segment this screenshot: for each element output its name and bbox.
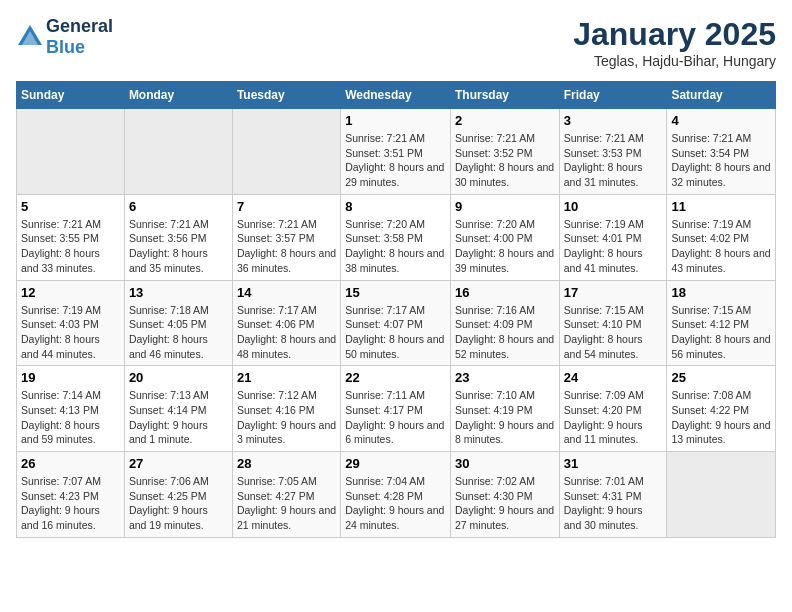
calendar-cell: 10Sunrise: 7:19 AM Sunset: 4:01 PM Dayli… xyxy=(559,194,667,280)
day-detail: Sunrise: 7:09 AM Sunset: 4:20 PM Dayligh… xyxy=(564,388,663,447)
day-number: 18 xyxy=(671,285,771,300)
calendar-week-row: 1Sunrise: 7:21 AM Sunset: 3:51 PM Daylig… xyxy=(17,109,776,195)
day-number: 29 xyxy=(345,456,446,471)
calendar-cell: 28Sunrise: 7:05 AM Sunset: 4:27 PM Dayli… xyxy=(232,452,340,538)
calendar-cell xyxy=(17,109,125,195)
weekday-header-friday: Friday xyxy=(559,82,667,109)
logo-text-blue: Blue xyxy=(46,37,85,57)
day-number: 28 xyxy=(237,456,336,471)
day-number: 17 xyxy=(564,285,663,300)
calendar-cell: 31Sunrise: 7:01 AM Sunset: 4:31 PM Dayli… xyxy=(559,452,667,538)
calendar-week-row: 12Sunrise: 7:19 AM Sunset: 4:03 PM Dayli… xyxy=(17,280,776,366)
calendar-week-row: 19Sunrise: 7:14 AM Sunset: 4:13 PM Dayli… xyxy=(17,366,776,452)
logo-text-general: General xyxy=(46,16,113,36)
header: General Blue January 2025 Teglas, Hajdu-… xyxy=(16,16,776,69)
calendar-cell: 9Sunrise: 7:20 AM Sunset: 4:00 PM Daylig… xyxy=(450,194,559,280)
day-detail: Sunrise: 7:17 AM Sunset: 4:06 PM Dayligh… xyxy=(237,303,336,362)
day-detail: Sunrise: 7:20 AM Sunset: 4:00 PM Dayligh… xyxy=(455,217,555,276)
weekday-header-sunday: Sunday xyxy=(17,82,125,109)
calendar-cell: 15Sunrise: 7:17 AM Sunset: 4:07 PM Dayli… xyxy=(341,280,451,366)
day-detail: Sunrise: 7:05 AM Sunset: 4:27 PM Dayligh… xyxy=(237,474,336,533)
logo-icon xyxy=(16,23,44,51)
calendar-cell: 17Sunrise: 7:15 AM Sunset: 4:10 PM Dayli… xyxy=(559,280,667,366)
calendar-cell: 16Sunrise: 7:16 AM Sunset: 4:09 PM Dayli… xyxy=(450,280,559,366)
month-title: January 2025 xyxy=(573,16,776,53)
calendar-cell: 1Sunrise: 7:21 AM Sunset: 3:51 PM Daylig… xyxy=(341,109,451,195)
day-number: 23 xyxy=(455,370,555,385)
day-detail: Sunrise: 7:15 AM Sunset: 4:12 PM Dayligh… xyxy=(671,303,771,362)
day-number: 10 xyxy=(564,199,663,214)
day-number: 19 xyxy=(21,370,120,385)
calendar-cell: 7Sunrise: 7:21 AM Sunset: 3:57 PM Daylig… xyxy=(232,194,340,280)
day-number: 3 xyxy=(564,113,663,128)
day-number: 2 xyxy=(455,113,555,128)
day-detail: Sunrise: 7:16 AM Sunset: 4:09 PM Dayligh… xyxy=(455,303,555,362)
calendar-cell: 22Sunrise: 7:11 AM Sunset: 4:17 PM Dayli… xyxy=(341,366,451,452)
calendar-cell: 23Sunrise: 7:10 AM Sunset: 4:19 PM Dayli… xyxy=(450,366,559,452)
day-number: 31 xyxy=(564,456,663,471)
calendar-table: SundayMondayTuesdayWednesdayThursdayFrid… xyxy=(16,81,776,538)
day-number: 11 xyxy=(671,199,771,214)
calendar-cell xyxy=(232,109,340,195)
day-detail: Sunrise: 7:18 AM Sunset: 4:05 PM Dayligh… xyxy=(129,303,228,362)
title-area: January 2025 Teglas, Hajdu-Bihar, Hungar… xyxy=(573,16,776,69)
day-detail: Sunrise: 7:11 AM Sunset: 4:17 PM Dayligh… xyxy=(345,388,446,447)
day-number: 30 xyxy=(455,456,555,471)
day-number: 26 xyxy=(21,456,120,471)
weekday-header-row: SundayMondayTuesdayWednesdayThursdayFrid… xyxy=(17,82,776,109)
calendar-week-row: 26Sunrise: 7:07 AM Sunset: 4:23 PM Dayli… xyxy=(17,452,776,538)
logo: General Blue xyxy=(16,16,113,58)
day-detail: Sunrise: 7:01 AM Sunset: 4:31 PM Dayligh… xyxy=(564,474,663,533)
calendar-cell: 18Sunrise: 7:15 AM Sunset: 4:12 PM Dayli… xyxy=(667,280,776,366)
day-detail: Sunrise: 7:21 AM Sunset: 3:53 PM Dayligh… xyxy=(564,131,663,190)
weekday-header-tuesday: Tuesday xyxy=(232,82,340,109)
day-detail: Sunrise: 7:21 AM Sunset: 3:52 PM Dayligh… xyxy=(455,131,555,190)
calendar-cell: 8Sunrise: 7:20 AM Sunset: 3:58 PM Daylig… xyxy=(341,194,451,280)
day-detail: Sunrise: 7:08 AM Sunset: 4:22 PM Dayligh… xyxy=(671,388,771,447)
calendar-cell: 25Sunrise: 7:08 AM Sunset: 4:22 PM Dayli… xyxy=(667,366,776,452)
calendar-cell: 29Sunrise: 7:04 AM Sunset: 4:28 PM Dayli… xyxy=(341,452,451,538)
day-number: 16 xyxy=(455,285,555,300)
calendar-cell: 12Sunrise: 7:19 AM Sunset: 4:03 PM Dayli… xyxy=(17,280,125,366)
day-detail: Sunrise: 7:19 AM Sunset: 4:01 PM Dayligh… xyxy=(564,217,663,276)
day-detail: Sunrise: 7:04 AM Sunset: 4:28 PM Dayligh… xyxy=(345,474,446,533)
day-number: 21 xyxy=(237,370,336,385)
weekday-header-monday: Monday xyxy=(124,82,232,109)
calendar-cell: 11Sunrise: 7:19 AM Sunset: 4:02 PM Dayli… xyxy=(667,194,776,280)
day-detail: Sunrise: 7:02 AM Sunset: 4:30 PM Dayligh… xyxy=(455,474,555,533)
calendar-cell: 21Sunrise: 7:12 AM Sunset: 4:16 PM Dayli… xyxy=(232,366,340,452)
calendar-week-row: 5Sunrise: 7:21 AM Sunset: 3:55 PM Daylig… xyxy=(17,194,776,280)
calendar-cell: 24Sunrise: 7:09 AM Sunset: 4:20 PM Dayli… xyxy=(559,366,667,452)
day-number: 20 xyxy=(129,370,228,385)
calendar-cell xyxy=(124,109,232,195)
day-detail: Sunrise: 7:07 AM Sunset: 4:23 PM Dayligh… xyxy=(21,474,120,533)
calendar-cell: 26Sunrise: 7:07 AM Sunset: 4:23 PM Dayli… xyxy=(17,452,125,538)
day-number: 5 xyxy=(21,199,120,214)
day-number: 7 xyxy=(237,199,336,214)
calendar-cell: 27Sunrise: 7:06 AM Sunset: 4:25 PM Dayli… xyxy=(124,452,232,538)
day-detail: Sunrise: 7:10 AM Sunset: 4:19 PM Dayligh… xyxy=(455,388,555,447)
calendar-cell: 19Sunrise: 7:14 AM Sunset: 4:13 PM Dayli… xyxy=(17,366,125,452)
day-number: 15 xyxy=(345,285,446,300)
day-number: 6 xyxy=(129,199,228,214)
calendar-cell xyxy=(667,452,776,538)
day-detail: Sunrise: 7:19 AM Sunset: 4:02 PM Dayligh… xyxy=(671,217,771,276)
day-detail: Sunrise: 7:21 AM Sunset: 3:51 PM Dayligh… xyxy=(345,131,446,190)
day-detail: Sunrise: 7:06 AM Sunset: 4:25 PM Dayligh… xyxy=(129,474,228,533)
day-detail: Sunrise: 7:17 AM Sunset: 4:07 PM Dayligh… xyxy=(345,303,446,362)
calendar-cell: 4Sunrise: 7:21 AM Sunset: 3:54 PM Daylig… xyxy=(667,109,776,195)
weekday-header-saturday: Saturday xyxy=(667,82,776,109)
calendar-cell: 3Sunrise: 7:21 AM Sunset: 3:53 PM Daylig… xyxy=(559,109,667,195)
day-detail: Sunrise: 7:12 AM Sunset: 4:16 PM Dayligh… xyxy=(237,388,336,447)
calendar-cell: 13Sunrise: 7:18 AM Sunset: 4:05 PM Dayli… xyxy=(124,280,232,366)
day-detail: Sunrise: 7:21 AM Sunset: 3:56 PM Dayligh… xyxy=(129,217,228,276)
day-detail: Sunrise: 7:21 AM Sunset: 3:57 PM Dayligh… xyxy=(237,217,336,276)
day-number: 25 xyxy=(671,370,771,385)
day-number: 14 xyxy=(237,285,336,300)
calendar-cell: 6Sunrise: 7:21 AM Sunset: 3:56 PM Daylig… xyxy=(124,194,232,280)
day-detail: Sunrise: 7:15 AM Sunset: 4:10 PM Dayligh… xyxy=(564,303,663,362)
day-number: 12 xyxy=(21,285,120,300)
day-detail: Sunrise: 7:14 AM Sunset: 4:13 PM Dayligh… xyxy=(21,388,120,447)
day-number: 24 xyxy=(564,370,663,385)
day-number: 4 xyxy=(671,113,771,128)
